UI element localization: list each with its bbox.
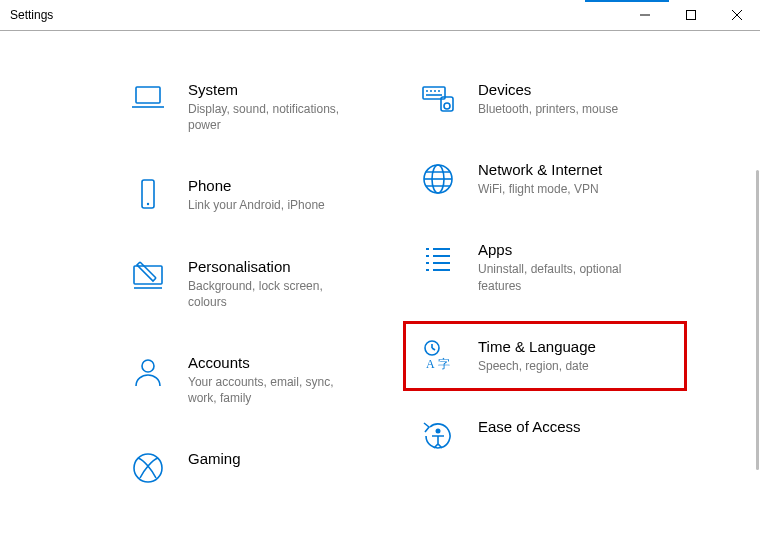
- tile-personalisation[interactable]: Personalisation Background, lock screen,…: [130, 258, 380, 310]
- list-icon: [420, 241, 456, 277]
- tile-desc: Uninstall, defaults, optional features: [478, 261, 648, 293]
- tile-network[interactable]: Network & Internet WiFi, flight mode, VP…: [420, 161, 670, 197]
- tile-time-language[interactable]: A 字 Time & Language Speech, region, date: [403, 321, 687, 391]
- tile-devices[interactable]: Devices Bluetooth, printers, mouse: [420, 81, 670, 117]
- maximize-button[interactable]: [668, 0, 714, 30]
- svg-point-11: [142, 360, 154, 372]
- tile-desc: Display, sound, notifications, power: [188, 101, 358, 133]
- keyboard-speaker-icon: [420, 81, 456, 117]
- svg-text:A: A: [426, 357, 435, 371]
- close-button[interactable]: [714, 0, 760, 30]
- svg-point-37: [436, 428, 441, 433]
- time-language-icon: A 字: [420, 338, 456, 374]
- tile-desc: WiFi, flight mode, VPN: [478, 181, 648, 197]
- tile-apps[interactable]: Apps Uninstall, defaults, optional featu…: [420, 241, 670, 293]
- tile-title: Accounts: [188, 354, 380, 372]
- xbox-icon: [130, 450, 166, 486]
- tile-desc: Bluetooth, printers, mouse: [478, 101, 648, 117]
- tile-desc: Background, lock screen, colours: [188, 278, 358, 310]
- svg-point-20: [444, 103, 450, 109]
- svg-rect-1: [687, 11, 696, 20]
- tile-ease-of-access[interactable]: Ease of Access: [420, 418, 670, 454]
- scrollbar-thumb[interactable]: [756, 170, 759, 470]
- tile-title: Network & Internet: [478, 161, 670, 179]
- pen-screen-icon: [130, 258, 166, 294]
- tile-title: Phone: [188, 177, 380, 195]
- svg-line-34: [432, 348, 435, 350]
- tile-desc: Link your Android, iPhone: [188, 197, 358, 213]
- tile-desc: Speech, region, date: [478, 358, 648, 374]
- tile-phone[interactable]: Phone Link your Android, iPhone: [130, 177, 380, 213]
- globe-icon: [420, 161, 456, 197]
- svg-point-7: [147, 203, 149, 205]
- tile-title: Personalisation: [188, 258, 380, 276]
- scrollbar[interactable]: [756, 170, 760, 500]
- minimize-button[interactable]: [622, 0, 668, 30]
- tile-gaming[interactable]: Gaming: [130, 450, 380, 486]
- window-controls: [622, 0, 760, 30]
- settings-grid: System Display, sound, notifications, po…: [0, 31, 760, 538]
- tile-title: Gaming: [188, 450, 380, 468]
- tile-title: Ease of Access: [478, 418, 670, 436]
- ease-of-access-icon: [420, 418, 456, 454]
- person-icon: [130, 354, 166, 390]
- window-title: Settings: [0, 8, 53, 22]
- titlebar: Settings: [0, 0, 760, 31]
- settings-column-right: Devices Bluetooth, printers, mouse Netwo…: [420, 81, 670, 538]
- svg-rect-4: [136, 87, 160, 103]
- phone-icon: [130, 177, 166, 213]
- tile-desc: Your accounts, email, sync, work, family: [188, 374, 358, 406]
- tile-title: Apps: [478, 241, 670, 259]
- tile-title: System: [188, 81, 380, 99]
- tile-accounts[interactable]: Accounts Your accounts, email, sync, wor…: [130, 354, 380, 406]
- tile-title: Time & Language: [478, 338, 670, 356]
- laptop-icon: [130, 81, 166, 117]
- tile-title: Devices: [478, 81, 670, 99]
- tile-system[interactable]: System Display, sound, notifications, po…: [130, 81, 380, 133]
- svg-text:字: 字: [438, 357, 450, 371]
- settings-column-left: System Display, sound, notifications, po…: [130, 81, 380, 538]
